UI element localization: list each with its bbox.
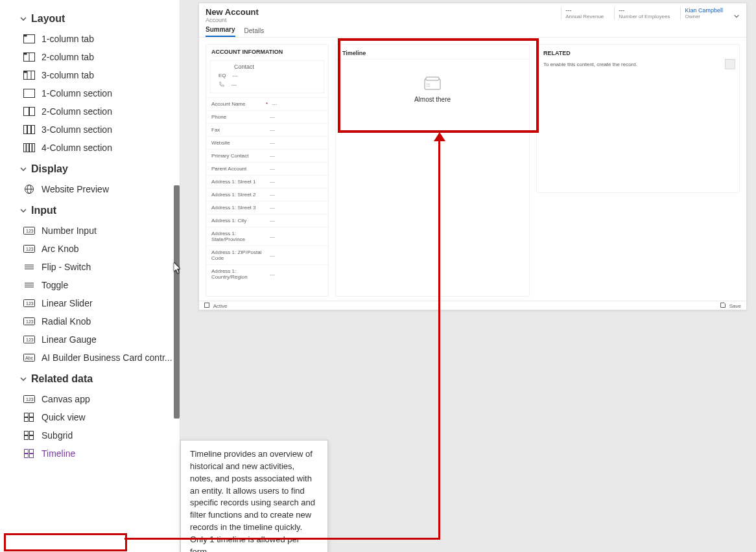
component-label: Number Input	[41, 225, 97, 236]
field-row[interactable]: Primary Contact---	[206, 149, 328, 162]
timeline-icon	[23, 449, 35, 458]
component-label: Toggle	[41, 280, 68, 290]
field-row[interactable]: Address 1: City---	[206, 214, 328, 227]
field-row[interactable]: Parent Account---	[206, 162, 328, 175]
component-label: Website Preview	[41, 184, 109, 194]
timeline-placeholder: Almost there	[336, 60, 529, 296]
field-name: Fax	[211, 127, 265, 133]
component-label: AI Builder Business Card contr...	[41, 352, 172, 363]
section-header: ACCOUNT INFORMATION	[206, 45, 328, 59]
flip-switch-icon	[23, 262, 35, 271]
svg-rect-17	[30, 144, 32, 152]
component-label: 2-column tab	[41, 52, 94, 62]
component-website-preview[interactable]: Website Preview	[9, 180, 180, 198]
section-2col-icon	[23, 107, 35, 116]
chevron-down-icon[interactable]	[733, 13, 740, 19]
component-label: Radial Knob	[41, 316, 91, 327]
component-3-column-tab[interactable]: 3-column tab	[9, 66, 180, 84]
field-row[interactable]: Address 1: Street 1---	[206, 175, 328, 188]
component-2-column-section[interactable]: 2-Column section	[9, 102, 180, 121]
component-number-input[interactable]: 123 Number Input	[9, 222, 180, 240]
component-label: Canvas app	[41, 394, 90, 404]
field-row[interactable]: Address 1: Country/Region---	[206, 264, 328, 283]
component-radial-knob[interactable]: 123 Radial Knob	[9, 312, 180, 330]
ext-value: ---	[233, 73, 238, 78]
component-canvas-app[interactable]: 123 Canvas app	[9, 390, 180, 408]
field-name: Address 1: Country/Region	[211, 268, 265, 280]
component-label: 4-Column section	[41, 143, 112, 153]
scrollbar-thumb[interactable]	[174, 185, 180, 419]
component-ai-builder-card[interactable]: Abc AI Builder Business Card contr...	[9, 349, 180, 367]
sidebar-scrollbar[interactable]	[174, 4, 180, 431]
component-2-column-tab[interactable]: 2-column tab	[9, 48, 180, 66]
svg-rect-52	[25, 454, 29, 458]
component-label: 3-column tab	[41, 70, 94, 80]
field-value: ---	[266, 192, 323, 198]
field-row[interactable]: Address 1: State/Province---	[206, 227, 328, 246]
component-1-column-tab[interactable]: 1-column tab	[9, 30, 180, 48]
field-row[interactable]: Address 1: ZIP/Postal Code---	[206, 246, 328, 264]
group-header-layout[interactable]: Layout	[9, 6, 180, 30]
field-name: Primary Contact	[211, 153, 265, 159]
status-right[interactable]: Save	[720, 303, 741, 309]
field-row[interactable]: Address 1: Street 3---	[206, 201, 328, 214]
component-label: Linear Gauge	[41, 334, 97, 345]
account-info-section[interactable]: ACCOUNT INFORMATION Contact EQ --- --- A…	[206, 44, 329, 297]
fields-list: Account Name*---Phone---Fax---Website---…	[206, 97, 328, 283]
chevron-down-icon	[19, 15, 27, 23]
component-flip-switch[interactable]: Flip - Switch	[9, 258, 180, 276]
group-title: Layout	[31, 13, 65, 25]
more-actions-button[interactable]	[725, 59, 735, 69]
component-subgrid[interactable]: Subgrid	[9, 426, 180, 444]
group-header-input[interactable]: Input	[9, 198, 180, 222]
component-timeline[interactable]: Timeline	[9, 444, 180, 463]
field-value: ---	[266, 218, 323, 224]
svg-rect-18	[32, 144, 35, 152]
form-body: ACCOUNT INFORMATION Contact EQ --- --- A…	[199, 38, 746, 301]
linear-gauge-icon: 123	[23, 335, 35, 344]
timeline-section[interactable]: Timeline Almost there	[335, 44, 530, 297]
component-1-column-section[interactable]: 1-Column section	[9, 84, 180, 102]
component-arc-knob[interactable]: 123 Arc Knob	[9, 240, 180, 258]
component-linear-gauge[interactable]: 123 Linear Gauge	[9, 330, 180, 349]
component-3-column-section[interactable]: 3-Column section	[9, 121, 180, 139]
form-header: New Account Account --- Annual Revenue -…	[199, 3, 746, 25]
component-4-column-section[interactable]: 4-Column section	[9, 139, 180, 157]
group-header-display[interactable]: Display	[9, 157, 180, 180]
tab-details[interactable]: Details	[244, 27, 265, 37]
contact-card[interactable]: Contact EQ --- ---	[210, 60, 324, 93]
field-value: ---	[266, 153, 323, 159]
field-row[interactable]: Address 1: Street 2---	[206, 188, 328, 201]
header-field-annual-revenue[interactable]: --- Annual Revenue	[561, 7, 608, 19]
canvas-app-icon: 123	[23, 395, 35, 404]
related-hint: To enable this content, create the recor…	[543, 62, 637, 67]
field-row[interactable]: Fax---	[206, 123, 328, 136]
component-label: Subgrid	[41, 430, 73, 441]
component-toggle[interactable]: Toggle	[9, 276, 180, 294]
related-section[interactable]: RELATED To enable this content, create t…	[536, 44, 740, 193]
status-icon	[204, 303, 209, 308]
field-row[interactable]: Phone---	[206, 110, 328, 123]
header-field-owner[interactable]: Kian Campbell Owner	[680, 7, 727, 19]
svg-rect-58	[205, 303, 209, 307]
field-value: ---	[266, 140, 323, 146]
field-row[interactable]: Website---	[206, 136, 328, 149]
field-name: Phone	[211, 114, 265, 120]
group-header-related[interactable]: Related data	[9, 367, 180, 390]
field-row[interactable]: Account Name*---	[206, 97, 328, 110]
field-name: Address 1: State/Province	[211, 231, 265, 242]
field-name: Address 1: Street 2	[211, 192, 265, 198]
component-quick-view[interactable]: Quick view	[9, 408, 180, 426]
component-linear-slider[interactable]: 123 Linear Slider	[9, 294, 180, 312]
header-field-employees[interactable]: --- Number of Employees	[614, 7, 674, 19]
tab-1col-icon	[23, 34, 35, 43]
svg-rect-45	[30, 418, 34, 422]
timeline-placeholder-text: Almost there	[414, 96, 451, 103]
tab-summary[interactable]: Summary	[206, 26, 235, 37]
ext-label: EQ	[219, 73, 226, 78]
status-bar: Active Save	[199, 301, 746, 310]
section-3col-icon	[23, 125, 35, 134]
field-value: ---	[266, 127, 323, 133]
field-name: Address 1: Street 1	[211, 179, 265, 185]
component-label: Quick view	[41, 412, 86, 422]
